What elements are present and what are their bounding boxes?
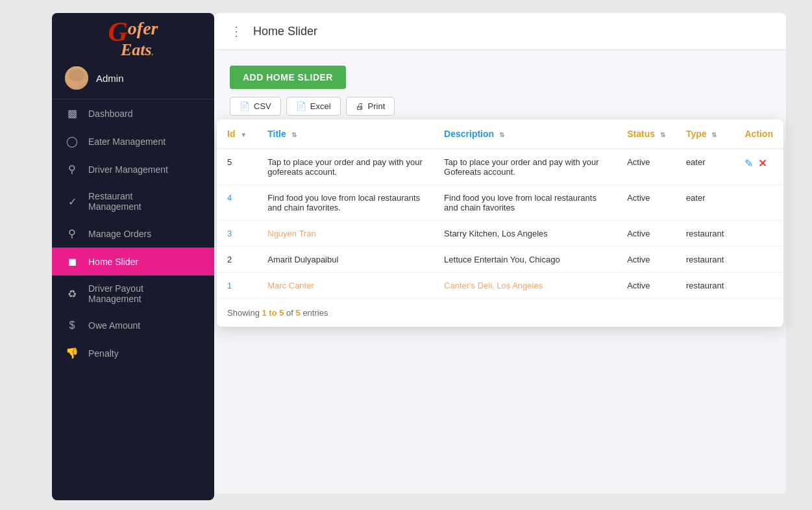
excel-icon: 📄 [296,101,306,111]
cell-status: Active [617,185,676,221]
showing-range: 1 to 5 [262,308,284,318]
cell-type: eater [676,185,735,221]
print-label: Print [368,101,386,111]
cell-type: restaurant [676,221,735,247]
table-row: 1 Marc Canter Canter's Deli, Los Angeles… [217,273,783,299]
logo-eats: Eats. [108,40,158,60]
fork-icon: ✓ [65,196,79,208]
cell-description: Find food you love from local restaurant… [434,185,617,221]
sidebar-item-label: Manage Orders [88,229,151,239]
col-type[interactable]: Type ⇅ [676,120,735,149]
sidebar-nav: ▩ Dashboard ◯ Eater Management ⚲ Driver … [52,99,214,496]
sidebar-item-restaurant-management[interactable]: ✓ RestaurantManagement [52,183,214,220]
content-header: ⋮ Home Slider [214,13,786,50]
cell-type: restaurant [676,247,735,273]
sidebar-item-label: Owe Amount [88,320,140,331]
cell-title: Amarit Dulyapaibul [257,247,434,273]
table-footer: Showing 1 to 5 of 5 entries [217,298,783,327]
sidebar-item-label: Dashboard [88,108,133,119]
cell-id: 1 [217,273,257,299]
sidebar-item-label: Driver PayoutManagement [88,283,143,304]
sidebar-item-dashboard[interactable]: ▩ Dashboard [52,99,214,127]
showing-middle: of [284,308,295,318]
sidebar-item-label: Penalty [88,348,119,359]
sidebar-item-home-slider[interactable]: ◼ Home Slider [52,248,214,275]
col-title[interactable]: Title ⇅ [257,120,434,149]
print-button[interactable]: 🖨 Print [346,97,395,116]
cell-type: eater [676,149,735,185]
cell-status: Active [617,149,676,185]
cell-type: restaurant [676,273,735,299]
showing-count: 5 [296,308,301,318]
header-menu-icon[interactable]: ⋮ [230,23,243,39]
sidebar-item-eater-management[interactable]: ◯ Eater Management [52,127,214,155]
dollar-icon: $ [65,320,79,331]
sort-arrow-type: ⇅ [711,131,717,138]
thumbsdown-icon: 👎 [65,347,79,359]
cell-id: 4 [217,185,257,221]
cell-action [734,221,783,247]
sidebar-item-driver-payout[interactable]: ♻ Driver PayoutManagement [52,275,214,312]
cell-description: Starry Kitchen, Los Angeles [434,221,617,247]
delete-icon[interactable]: ✕ [758,157,767,170]
cell-action [734,273,783,299]
sidebar-item-driver-management[interactable]: ⚲ Driver Management [52,155,214,183]
table-header-row: Id ▼ Title ⇅ Description ⇅ [217,120,783,149]
col-status[interactable]: Status ⇅ [617,120,676,149]
cell-id: 3 [217,221,257,247]
document-icon: ◼ [65,255,79,268]
cell-status: Active [617,273,676,299]
cell-id: 2 [217,247,257,273]
cell-id: 5 [217,149,257,185]
sidebar-item-owe-amount[interactable]: $ Owe Amount [52,312,214,339]
sidebar-item-penalty[interactable]: 👎 Penalty [52,339,214,367]
cell-action [734,247,783,273]
cell-action: ✎✕ [734,149,783,185]
table-row: 5 Tap to place your order and pay with y… [217,149,783,185]
table-row: 2 Amarit Dulyapaibul Lettuce Entertain Y… [217,247,783,273]
csv-export-button[interactable]: 📄 CSV [230,97,281,116]
sidebar-admin: Admin [52,60,214,99]
cart-icon: ⚲ [65,227,79,240]
sidebar-item-label: Eater Management [88,136,166,147]
sidebar-logo: Gofer Eats. [52,13,214,60]
add-home-slider-button[interactable]: ADD HOME SLIDER [230,66,346,89]
sidebar-item-manage-orders[interactable]: ⚲ Manage Orders [52,220,214,248]
table-row: 3 Nguyen Tran Starry Kitchen, Los Angele… [217,221,783,247]
print-icon: 🖨 [356,101,364,111]
sort-arrow-title: ⇅ [291,131,297,138]
logo-ofer: ofer [128,18,158,38]
sidebar-item-label: Driver Management [88,164,168,175]
cell-title: Tap to place your order and pay with you… [257,149,434,185]
col-description[interactable]: Description ⇅ [434,120,617,149]
avatar [65,66,88,90]
person-icon: ◯ [65,135,79,147]
sort-arrow-id: ▼ [240,131,247,138]
cell-description: Lettuce Entertain You, Chicago [434,247,617,273]
dashboard-icon: ▩ [65,107,79,120]
sidebar-item-label: RestaurantManagement [88,191,141,212]
sidebar-item-label: Home Slider [88,257,138,267]
sidebar: Gofer Eats. Admin ▩ Dashboard ◯ Eater Ma… [52,13,214,500]
cell-title: Find food you love from local restaurant… [257,185,434,221]
col-id[interactable]: Id ▼ [217,120,257,149]
excel-export-button[interactable]: 📄 Excel [286,97,341,116]
main-content: ⋮ Home Slider ADD HOME SLIDER 📄 CSV 📄 Ex… [214,13,786,494]
col-action: Action [734,120,783,149]
cell-description: Tap to place your order and pay with you… [434,149,617,185]
cell-description: Canter's Deli, Los Angeles [434,273,617,299]
cell-title: Nguyen Tran [257,221,434,247]
cell-title: Marc Canter [257,273,434,299]
cycle-icon: ♻ [65,288,79,300]
content-body: ADD HOME SLIDER 📄 CSV 📄 Excel 🖨 Print [214,50,786,142]
table-row: 4 Find food you love from local restaura… [217,185,783,221]
table-overlay: Id ▼ Title ⇅ Description ⇅ [217,120,783,327]
cell-status: Active [617,247,676,273]
car-icon: ⚲ [65,163,79,175]
edit-icon[interactable]: ✎ [744,157,753,170]
cell-status: Active [617,221,676,247]
file-icon: 📄 [240,101,250,111]
sort-arrow-desc: ⇅ [499,131,504,138]
cell-action [734,185,783,221]
page-title: Home Slider [253,25,317,38]
